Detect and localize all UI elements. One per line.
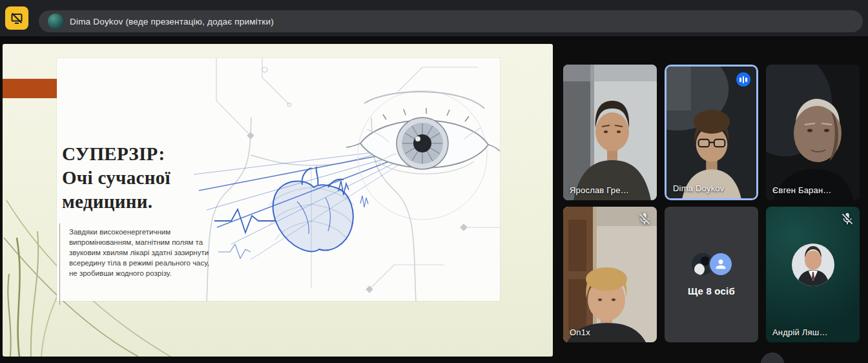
participant-name: Ярослав Гре… <box>570 185 629 195</box>
mic-off-icon <box>637 212 652 226</box>
eye-illustration <box>346 90 500 220</box>
participant-name: Євген Баран… <box>772 185 832 195</box>
participant-name: On1x <box>570 327 590 337</box>
participant-name: Андрій Ляш… <box>772 327 828 337</box>
meet-window: Dima Doykov (веде презентацію, додає при… <box>0 0 868 363</box>
presentation-off-icon <box>10 12 23 25</box>
heart-illustration <box>214 167 353 258</box>
presentation-paused-button[interactable] <box>5 6 28 30</box>
slide-divider-line <box>59 223 60 305</box>
participant-tile-andriy[interactable]: Андрій Ляш… <box>766 207 860 342</box>
participant-video <box>766 65 860 200</box>
more-participants-tile[interactable]: Ще 8 осіб <box>665 207 758 342</box>
mic-off-icon <box>840 212 854 226</box>
shared-presentation[interactable]: СУПЕРЗІР: Очі сучасної медицини. Завдяки… <box>3 44 553 357</box>
person-icon <box>714 257 728 271</box>
slide-title-line2: Очі сучасної <box>62 166 170 190</box>
slide-title-line3: медицини. <box>62 190 170 214</box>
cropped-control-button[interactable] <box>761 353 784 363</box>
slide-title: СУПЕРЗІР: Очі сучасної медицини. <box>62 142 170 214</box>
avatar-photo <box>792 244 834 286</box>
generic-person-avatar <box>710 253 732 275</box>
participant-tile-dima[interactable]: Dima Doykov <box>665 65 758 200</box>
participant-grid: Ярослав Гре… Dima <box>563 65 860 342</box>
more-participants-label: Ще 8 осіб <box>688 285 735 296</box>
presenter-banner: Dima Doykov (веде презентацію, додає при… <box>39 10 863 32</box>
participant-tile-on1x[interactable]: On1x <box>563 207 657 342</box>
participant-video <box>563 65 657 200</box>
presenter-banner-text: Dima Doykov (веде презентацію, додає при… <box>70 17 274 26</box>
audio-activity-indicator <box>736 72 750 87</box>
presenter-avatar <box>48 14 63 29</box>
participant-tile-yevhen[interactable]: Євген Баран… <box>766 65 860 200</box>
participant-name: Dima Doykov <box>673 183 725 193</box>
participant-tile-yaroslav[interactable]: Ярослав Гре… <box>563 65 657 200</box>
slide-title-line1: СУПЕРЗІР: <box>62 142 170 166</box>
participant-video <box>563 207 657 342</box>
avatar-stack <box>692 253 732 275</box>
top-bar: Dima Doykov (веде презентацію, додає при… <box>0 0 868 36</box>
slide-body-text: Завдяки високоенергетичним випромінюванн… <box>69 227 212 278</box>
participant-avatar <box>792 244 834 286</box>
slide-accent-bar <box>3 79 58 98</box>
